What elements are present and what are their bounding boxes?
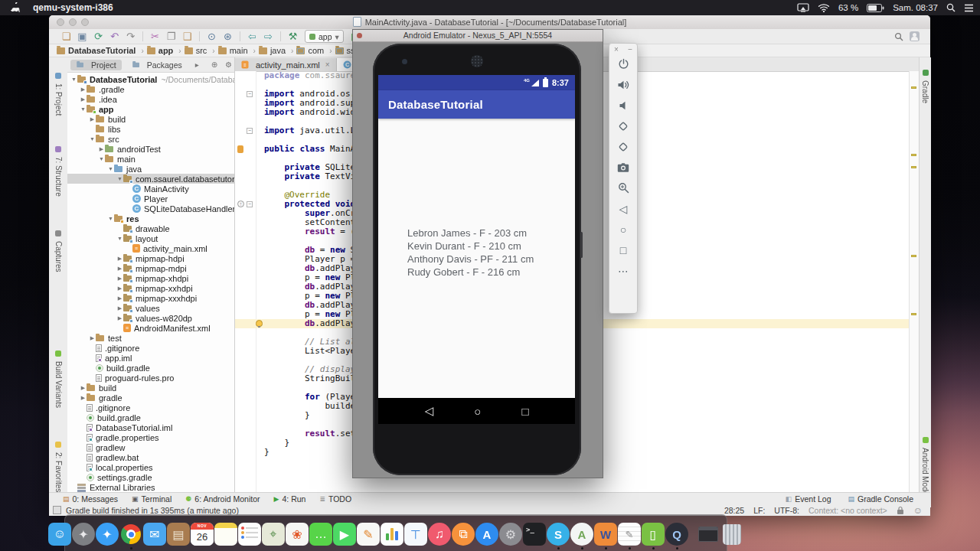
toolwindow-tab-2-favorites[interactable]: 2: Favorites (49, 440, 67, 492)
dock-item-minimized-window[interactable] (697, 523, 720, 549)
tree-row-mipmap-hdpi[interactable]: ▶mipmap-hdpi (67, 253, 234, 263)
tree-row-libs[interactable]: libs (67, 124, 234, 134)
phone-screen[interactable]: 4G 8:37 DatabaseTutorial Lebron James - … (378, 75, 575, 424)
breadcrumb-item-app[interactable]: app (147, 46, 174, 55)
dock-item-quicktime[interactable]: Q (665, 523, 688, 549)
tree-row-layout[interactable]: ▼layout (67, 233, 234, 243)
tree-row-player[interactable]: Player (67, 194, 234, 204)
dock-item-numbers[interactable] (381, 523, 403, 549)
tree-row-java[interactable]: ▼java (67, 164, 234, 174)
toolwindow-tab-captures[interactable]: Captures (49, 229, 67, 272)
toolwindow-button-0-messages[interactable]: ▤0: Messages (63, 494, 118, 504)
tree-row-build-gradle[interactable]: build.gradle (67, 412, 234, 422)
close-tab-icon[interactable]: × (325, 60, 330, 69)
search-everywhere-icon[interactable] (894, 32, 903, 41)
tree-row-drawable[interactable]: drawable (67, 223, 234, 233)
paste-icon[interactable]: ❑ (179, 30, 195, 44)
save-all-icon[interactable]: ▣ (74, 30, 90, 44)
emulator-screenshot-icon[interactable] (609, 157, 637, 178)
toolwindow-tab-1-project[interactable]: 1: Project (49, 71, 67, 116)
tree-row-app[interactable]: ▼app (67, 104, 234, 114)
tree-row-gradle[interactable]: ▶gradle (67, 393, 234, 403)
stripe-warning-mark[interactable] (911, 86, 916, 89)
dock-item-reminders[interactable] (238, 523, 261, 549)
caret-position[interactable]: 28:25 (724, 506, 744, 515)
emulator-titlebar[interactable]: Android Emulator - Nexus_5_API_N:5554 (353, 30, 603, 42)
dock-item-maps[interactable]: ⌖ (262, 523, 285, 549)
tree-row-app-iml[interactable]: app.iml (67, 353, 234, 363)
project-view-tab-packages[interactable]: Packages (126, 60, 188, 70)
tree-row-local-properties[interactable]: local.properties (67, 462, 234, 472)
fold-icon[interactable]: − (247, 128, 253, 134)
copy-icon[interactable]: ❐ (163, 30, 179, 44)
tree-row-mipmap-xxhdpi[interactable]: ▶mipmap-xxhdpi (67, 283, 234, 293)
stripe-warning-mark[interactable] (911, 166, 916, 168)
run-configuration-select[interactable]: app▾ (305, 30, 344, 43)
editor-tab-activity-main-xml[interactable]: activity_main.xml× (235, 58, 337, 71)
open-icon[interactable]: ❏ (58, 30, 74, 44)
tree-row-external-libraries[interactable]: External Libraries (67, 482, 234, 492)
tree-row-mipmap-xhdpi[interactable]: ▶mipmap-xhdpi (67, 273, 234, 283)
toolwindow-button-gradle-console[interactable]: ▤Gradle Console (848, 494, 913, 504)
stripe-warning-mark[interactable] (911, 313, 916, 315)
tree-row--idea[interactable]: ▶.idea (67, 94, 234, 104)
dock-item-messages[interactable]: … (309, 523, 332, 549)
intention-bulb-icon[interactable] (256, 320, 263, 327)
toolwindow-button-4-run[interactable]: ▶4: Run (274, 494, 306, 504)
display-mirroring-icon[interactable] (797, 3, 809, 12)
dock-item-finder[interactable]: ☺ (48, 523, 71, 549)
tree-toggle-icon[interactable]: ▼ (89, 136, 96, 142)
tree-toggle-icon[interactable]: ▼ (116, 176, 123, 181)
tree-row-values-w820dp[interactable]: ▶values-w820dp (67, 313, 234, 323)
project-view-tab-project[interactable]: Project (70, 60, 122, 70)
tree-toggle-icon[interactable]: ▶ (116, 315, 123, 321)
tree-row-com-ssaurel-databasetutorial[interactable]: ▼com.ssaurel.databasetutorial (67, 174, 234, 184)
build-icon[interactable]: ⚒ (285, 30, 301, 44)
emulator-volume-down-icon[interactable] (609, 95, 637, 116)
tree-row--gradle[interactable]: ▶.gradle (67, 84, 234, 94)
tree-row-gradle-properties[interactable]: gradle.properties (67, 432, 234, 442)
back-nav-icon[interactable]: ◁ (425, 404, 434, 418)
breadcrumb-item-java[interactable]: java (259, 46, 286, 55)
tree-toggle-icon[interactable]: ▶ (116, 266, 123, 272)
tree-row-build[interactable]: ▶build (67, 383, 234, 393)
tree-row-build-gradle[interactable]: build.gradle (67, 363, 234, 373)
apple-menu-icon[interactable] (11, 2, 21, 14)
find-icon[interactable]: ⊙ (204, 30, 220, 44)
dock-item-pages[interactable]: ✎ (357, 523, 380, 549)
tree-row-values[interactable]: ▶values (67, 303, 234, 313)
line-ending-selector[interactable]: LF: (753, 506, 765, 515)
encoding-selector[interactable]: UTF-8: (774, 506, 799, 515)
dock-item-photos[interactable]: ❀ (286, 523, 309, 549)
emulator-home-icon[interactable]: ○ (609, 219, 637, 240)
tree-toggle-icon[interactable]: ▼ (80, 106, 87, 112)
tree-row-mainactivity[interactable]: MainActivity (67, 184, 234, 194)
android-emulator-window[interactable]: Android Emulator - Nexus_5_API_N:5554 4G… (352, 29, 603, 478)
chevron-right-icon[interactable]: ▸ (195, 60, 199, 69)
dock-item-textedit[interactable]: ✎ (618, 523, 641, 549)
tree-row-activity-main-xml[interactable]: activity_main.xml (67, 243, 234, 253)
emulator-overview-icon[interactable]: □ (609, 240, 637, 260)
toolwindow-button-event-log[interactable]: ◧Event Log (786, 494, 831, 504)
tree-row-proguard-rules-pro[interactable]: proguard-rules.pro (67, 373, 234, 383)
battery-percent-label[interactable]: 63 % (838, 3, 858, 12)
tree-toggle-icon[interactable]: ▶ (116, 256, 123, 262)
menubar-clock[interactable]: Sam. 08:37 (893, 3, 938, 12)
tree-row-test[interactable]: ▶test (67, 333, 234, 343)
breadcrumb-item-src[interactable]: src (185, 46, 207, 55)
toolwindow-button-terminal[interactable]: ▣Terminal (132, 494, 172, 504)
tree-toggle-icon[interactable]: ▶ (116, 276, 123, 282)
tree-toggle-icon[interactable]: ▶ (116, 285, 123, 292)
cut-icon[interactable]: ✂ (147, 30, 163, 44)
dock-item-calendar[interactable]: NOV26 (191, 523, 214, 549)
dock-item-trash[interactable] (720, 523, 743, 549)
emulator-close-button[interactable] (357, 33, 362, 38)
dock-item-itunes[interactable]: ♫ (428, 523, 451, 549)
emulator-power-icon[interactable] (609, 54, 637, 74)
overview-nav-icon[interactable]: □ (521, 405, 528, 418)
tree-row-databasetutorial[interactable]: ▼DatabaseTutorial~/Documents/DatabaseT (67, 74, 234, 84)
dock-item-facetime[interactable]: ▶ (333, 523, 356, 549)
tree-toggle-icon[interactable]: ▶ (116, 295, 123, 302)
toolwindow-tab-7-structure[interactable]: 7: Structure (49, 145, 67, 197)
tree-toggle-icon[interactable]: ▶ (89, 116, 96, 122)
